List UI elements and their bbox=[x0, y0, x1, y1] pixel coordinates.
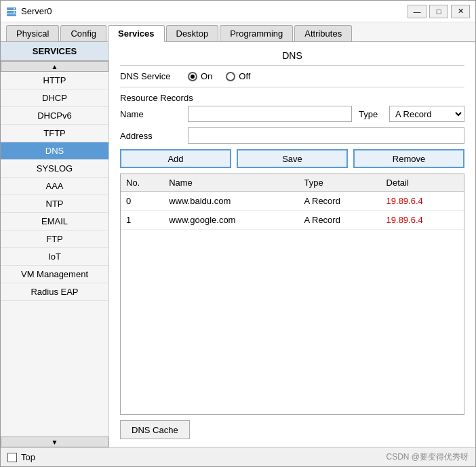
sidebar-item-http[interactable]: HTTP bbox=[1, 72, 108, 89]
tab-desktop[interactable]: Desktop bbox=[166, 25, 219, 41]
top-checkbox[interactable] bbox=[7, 453, 17, 462]
dns-service-label: DNS Service bbox=[120, 71, 181, 81]
col-name: Name bbox=[163, 174, 298, 192]
dns-table-container: No.NameTypeDetail 0www.baidu.comA Record… bbox=[120, 174, 464, 415]
radio-on-circle bbox=[188, 72, 197, 81]
type-label: Type bbox=[359, 109, 382, 119]
sidebar-item-iot[interactable]: IoT bbox=[1, 248, 108, 266]
sidebar-item-syslog[interactable]: SYSLOG bbox=[1, 160, 108, 178]
sidebar-item-radius[interactable]: Radius EAP bbox=[1, 283, 108, 301]
header-row: No.NameTypeDetail bbox=[121, 174, 464, 192]
col-detail: Detail bbox=[381, 174, 464, 192]
cell-name: www.baidu.com bbox=[163, 192, 298, 211]
col-no: No. bbox=[121, 174, 163, 192]
radio-on[interactable]: On bbox=[188, 71, 212, 81]
content-title: DNS bbox=[120, 50, 464, 66]
sidebar-item-ntp[interactable]: NTP bbox=[1, 195, 108, 213]
action-buttons: Add Save Remove bbox=[120, 149, 464, 168]
address-row: Address bbox=[120, 127, 464, 144]
cell-type: A Record bbox=[298, 211, 380, 230]
sidebar-item-aaa[interactable]: AAA bbox=[1, 178, 108, 195]
add-button[interactable]: Add bbox=[120, 149, 231, 168]
sidebar-item-vm[interactable]: VM Management bbox=[1, 266, 108, 283]
cell-no: 0 bbox=[121, 192, 163, 211]
svg-point-4 bbox=[14, 12, 15, 13]
title-bar: Server0 — □ ✕ bbox=[1, 1, 475, 22]
cell-no: 1 bbox=[121, 211, 163, 230]
cell-detail: 19.89.6.4 bbox=[381, 211, 464, 230]
table-body: 0www.baidu.comA Record19.89.6.41www.goog… bbox=[121, 192, 464, 230]
watermark: CSDN @要变得优秀呀 bbox=[386, 451, 469, 463]
status-bar: Top CSDN @要变得优秀呀 bbox=[1, 447, 475, 466]
cell-detail: 19.89.6.4 bbox=[381, 192, 464, 211]
type-select[interactable]: A RecordAAAA RecordCNAMEMXNSSOA bbox=[389, 106, 464, 122]
sidebar-item-email[interactable]: EMAIL bbox=[1, 213, 108, 230]
title-bar-left: Server0 bbox=[6, 6, 52, 17]
name-type-row: Name Type A RecordAAAA RecordCNAMEMXNSSO… bbox=[120, 106, 464, 122]
radio-off-circle bbox=[226, 72, 235, 81]
window-title: Server0 bbox=[21, 6, 52, 16]
sidebar-header: SERVICES bbox=[1, 42, 108, 61]
content-area: DNS DNS Service On Off Resource Reco bbox=[109, 42, 475, 447]
table-row[interactable]: 1www.google.comA Record19.89.6.4 bbox=[121, 211, 464, 230]
resource-records-label: Resource Records bbox=[120, 93, 464, 103]
name-input[interactable] bbox=[188, 106, 352, 122]
sidebar-item-dhcpv6[interactable]: DHCPv6 bbox=[1, 107, 108, 125]
address-input[interactable] bbox=[188, 127, 464, 144]
radio-group: On Off bbox=[188, 71, 250, 81]
off-label: Off bbox=[239, 71, 250, 81]
tab-programming[interactable]: Programming bbox=[220, 25, 293, 41]
tab-bar: PhysicalConfigServicesDesktopProgramming… bbox=[1, 22, 475, 42]
remove-button[interactable]: Remove bbox=[353, 149, 464, 168]
table-row[interactable]: 0www.baidu.comA Record19.89.6.4 bbox=[121, 192, 464, 211]
cell-name: www.google.com bbox=[163, 211, 298, 230]
cell-type: A Record bbox=[298, 192, 380, 211]
sidebar-scroll-down[interactable]: ▼ bbox=[1, 436, 108, 447]
tab-attributes[interactable]: Attributes bbox=[294, 25, 352, 41]
svg-rect-2 bbox=[7, 14, 16, 16]
sidebar-item-dhcp[interactable]: DHCP bbox=[1, 89, 108, 107]
tab-config[interactable]: Config bbox=[60, 25, 106, 41]
col-type: Type bbox=[298, 174, 380, 192]
table-header: No.NameTypeDetail bbox=[121, 174, 464, 192]
main-content: SERVICES ▲ HTTPDHCPDHCPv6TFTPDNSSYSLOGAA… bbox=[1, 42, 475, 447]
address-label: Address bbox=[120, 131, 181, 141]
svg-point-3 bbox=[14, 8, 15, 9]
bottom-buttons: DNS Cache bbox=[120, 420, 464, 439]
tab-physical[interactable]: Physical bbox=[6, 25, 59, 41]
radio-off[interactable]: Off bbox=[226, 71, 250, 81]
dns-table: No.NameTypeDetail 0www.baidu.comA Record… bbox=[121, 174, 464, 230]
tab-services[interactable]: Services bbox=[108, 25, 165, 42]
close-button[interactable]: ✕ bbox=[451, 5, 470, 18]
title-controls: — □ ✕ bbox=[408, 5, 470, 18]
server-icon bbox=[6, 6, 17, 17]
dns-service-row: DNS Service On Off bbox=[120, 71, 464, 81]
minimize-button[interactable]: — bbox=[408, 5, 427, 18]
sidebar-item-tftp[interactable]: TFTP bbox=[1, 125, 108, 142]
sidebar: SERVICES ▲ HTTPDHCPDHCPv6TFTPDNSSYSLOGAA… bbox=[1, 42, 109, 447]
sidebar-scroll-up[interactable]: ▲ bbox=[1, 61, 108, 72]
dns-cache-button[interactable]: DNS Cache bbox=[120, 420, 190, 439]
main-window: Server0 — □ ✕ PhysicalConfigServicesDesk… bbox=[0, 0, 476, 467]
save-button[interactable]: Save bbox=[237, 149, 348, 168]
top-label: Top bbox=[21, 452, 35, 462]
on-label: On bbox=[201, 71, 212, 81]
status-left: Top bbox=[7, 452, 35, 462]
sidebar-item-ftp[interactable]: FTP bbox=[1, 230, 108, 248]
sidebar-item-dns[interactable]: DNS bbox=[1, 142, 108, 160]
maximize-button[interactable]: □ bbox=[429, 5, 448, 18]
sidebar-list: HTTPDHCPDHCPv6TFTPDNSSYSLOGAAANTPEMAILFT… bbox=[1, 72, 108, 436]
name-label: Name bbox=[120, 109, 181, 119]
